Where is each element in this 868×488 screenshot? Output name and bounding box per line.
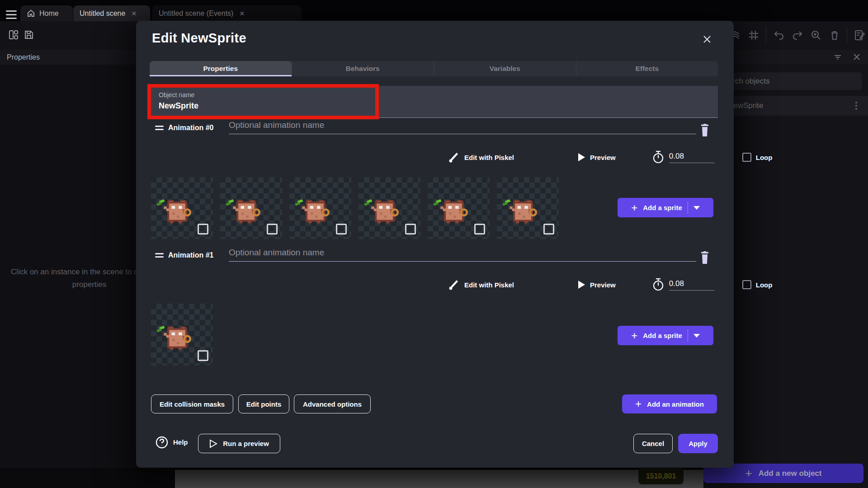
top-tab-bar: Home Untitled scene ✕ Untitled scene (Ev… bbox=[0, 0, 868, 21]
edit-points-button[interactable]: Edit points bbox=[238, 394, 289, 413]
animation-name-input[interactable] bbox=[229, 120, 696, 134]
save-icon[interactable] bbox=[24, 29, 34, 40]
plus-icon: + bbox=[745, 466, 752, 480]
stopwatch-icon bbox=[652, 150, 665, 164]
redo-icon[interactable] bbox=[791, 29, 803, 42]
drag-handle[interactable] bbox=[155, 253, 164, 259]
time-between-frames-input[interactable] bbox=[669, 279, 714, 291]
close-tab-icon[interactable]: ✕ bbox=[131, 10, 137, 17]
tab-properties[interactable]: Properties bbox=[150, 61, 292, 76]
scene-canvas[interactable] bbox=[175, 470, 703, 488]
edit-sprite-dialog: Edit NewSprite Properties Behaviors Vari… bbox=[136, 21, 734, 468]
object-name-input[interactable] bbox=[159, 101, 430, 111]
frame-select-checkbox[interactable] bbox=[543, 224, 554, 235]
frame-select-checkbox[interactable] bbox=[198, 224, 208, 235]
loop-label: Loop bbox=[756, 281, 773, 289]
home-icon bbox=[27, 9, 35, 18]
cancel-button[interactable]: Cancel bbox=[633, 434, 673, 453]
kebab-menu-icon[interactable] bbox=[855, 101, 858, 110]
animation-name-input[interactable] bbox=[229, 248, 696, 262]
sprite-frame[interactable] bbox=[497, 177, 559, 239]
preview-button[interactable]: Preview bbox=[590, 154, 616, 161]
split-divider bbox=[688, 202, 688, 214]
toolbar-separator bbox=[847, 28, 847, 43]
object-name-field[interactable]: Object name bbox=[150, 86, 718, 118]
filter-icon[interactable] bbox=[833, 53, 842, 62]
advanced-options-button[interactable]: Advanced options bbox=[294, 394, 371, 413]
edit-scene-properties-icon[interactable] bbox=[854, 29, 866, 42]
run-a-preview-button[interactable]: Run a preview bbox=[198, 434, 280, 453]
animation-controls: Edit with Piskel Preview Loop bbox=[448, 277, 772, 293]
tab-untitled-scene[interactable]: Untitled scene ✕ bbox=[73, 5, 150, 21]
dialog-close-icon[interactable] bbox=[700, 33, 714, 46]
sprite-frame[interactable] bbox=[151, 177, 213, 239]
split-divider bbox=[688, 329, 688, 342]
close-tab-icon[interactable]: ✕ bbox=[239, 10, 245, 17]
object-name-label: Object name bbox=[159, 91, 194, 99]
main-menu-icon[interactable] bbox=[6, 10, 17, 19]
toolbar-separator bbox=[766, 28, 766, 43]
delete-animation-icon[interactable] bbox=[699, 124, 710, 136]
search-objects-input[interactable] bbox=[712, 72, 862, 90]
frame-select-checkbox[interactable] bbox=[198, 350, 208, 361]
play-outline-icon bbox=[209, 439, 217, 448]
undo-icon[interactable] bbox=[773, 29, 785, 42]
drag-handle[interactable] bbox=[155, 126, 164, 132]
plus-icon: + bbox=[631, 202, 637, 213]
add-sprite-button[interactable]: + Add a sprite bbox=[618, 198, 713, 217]
help-icon[interactable] bbox=[156, 436, 168, 449]
tab-effects[interactable]: Effects bbox=[576, 61, 718, 76]
trash-icon[interactable] bbox=[828, 29, 840, 42]
dialog-title: Edit NewSprite bbox=[152, 31, 246, 46]
add-sprite-button[interactable]: + Add a sprite bbox=[618, 326, 713, 345]
frame-select-checkbox[interactable] bbox=[336, 224, 347, 235]
tab-home[interactable]: Home bbox=[20, 5, 73, 21]
zoom-in-icon[interactable] bbox=[810, 29, 822, 42]
paintbrush-icon bbox=[448, 279, 460, 291]
paintbrush-icon bbox=[448, 151, 460, 163]
tab-variables[interactable]: Variables bbox=[434, 61, 576, 76]
panels-layout-icon[interactable] bbox=[8, 29, 19, 40]
close-panel-icon[interactable] bbox=[853, 53, 861, 61]
sprite-frame[interactable] bbox=[151, 304, 213, 366]
time-between-frames-input[interactable] bbox=[669, 152, 714, 163]
chevron-down-icon[interactable] bbox=[693, 334, 700, 338]
edit-with-piskel-button[interactable]: Edit with Piskel bbox=[464, 281, 514, 289]
sprite-frame[interactable] bbox=[289, 177, 351, 239]
frame-select-checkbox[interactable] bbox=[267, 224, 278, 235]
plus-icon: + bbox=[631, 330, 637, 341]
app-window: Home Untitled scene ✕ Untitled scene (Ev… bbox=[0, 0, 868, 488]
panel-title: Properties bbox=[7, 53, 40, 61]
loop-label: Loop bbox=[756, 154, 773, 161]
dialog-tabs: Properties Behaviors Variables Effects bbox=[150, 61, 718, 76]
tab-untitled-scene-events[interactable]: Untitled scene (Events) ✕ bbox=[152, 5, 302, 21]
tab-behaviors[interactable]: Behaviors bbox=[292, 61, 434, 76]
sprite-frame[interactable] bbox=[220, 177, 282, 239]
play-icon bbox=[577, 280, 585, 289]
sprite-frame[interactable] bbox=[428, 177, 490, 239]
sprite-frame[interactable] bbox=[359, 177, 420, 239]
loop-checkbox[interactable] bbox=[742, 280, 751, 289]
plus-icon: + bbox=[635, 399, 642, 409]
help-label[interactable]: Help bbox=[173, 438, 188, 446]
add-an-animation-button[interactable]: + Add an animation bbox=[622, 394, 717, 413]
stopwatch-icon bbox=[652, 278, 665, 291]
tab-label: Untitled scene bbox=[80, 9, 125, 18]
grid-icon[interactable] bbox=[747, 29, 760, 42]
delete-animation-icon[interactable] bbox=[699, 251, 710, 264]
scene-toolbar bbox=[729, 27, 866, 43]
frames-strip bbox=[151, 304, 213, 366]
preview-button[interactable]: Preview bbox=[590, 281, 616, 289]
frame-select-checkbox[interactable] bbox=[405, 224, 416, 235]
tab-label: Untitled scene (Events) bbox=[159, 9, 233, 18]
animation-label: Animation #1 bbox=[168, 251, 213, 259]
loop-checkbox[interactable] bbox=[742, 153, 751, 162]
cursor-coordinates-badge: 1510,801 bbox=[638, 468, 684, 484]
frames-strip bbox=[151, 177, 559, 239]
edit-with-piskel-button[interactable]: Edit with Piskel bbox=[464, 154, 514, 161]
tab-label: Home bbox=[39, 9, 59, 18]
edit-collision-masks-button[interactable]: Edit collision masks bbox=[151, 394, 233, 413]
frame-select-checkbox[interactable] bbox=[474, 224, 485, 235]
chevron-down-icon[interactable] bbox=[693, 206, 700, 210]
apply-button[interactable]: Apply bbox=[678, 434, 718, 453]
